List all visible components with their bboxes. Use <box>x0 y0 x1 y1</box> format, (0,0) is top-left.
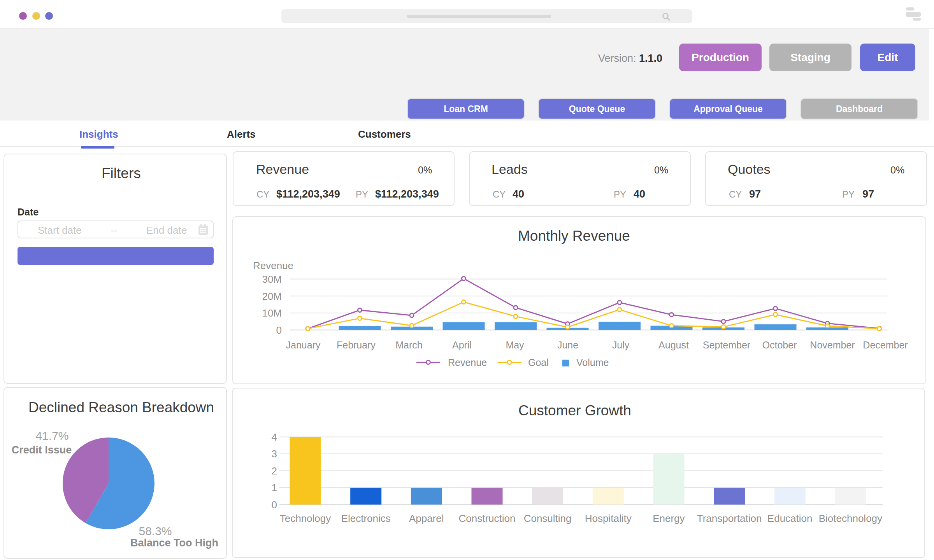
svg-text:January: January <box>286 340 321 350</box>
svg-text:February: February <box>337 340 376 350</box>
svg-text:1: 1 <box>272 482 277 494</box>
svg-text:July: July <box>612 340 630 350</box>
svg-text:August: August <box>658 340 689 350</box>
svg-text:Credit Issue: Credit Issue <box>12 444 72 456</box>
svg-text:June: June <box>557 340 578 350</box>
svg-text:October: October <box>762 340 797 350</box>
svg-text:Revenue: Revenue <box>448 357 487 368</box>
svg-text:2: 2 <box>272 465 277 477</box>
svg-text:4: 4 <box>272 431 277 443</box>
svg-text:10M: 10M <box>262 307 282 319</box>
svg-text:Transportation: Transportation <box>697 513 762 524</box>
svg-text:0: 0 <box>272 499 277 511</box>
svg-text:November: November <box>810 340 855 350</box>
svg-text:Energy: Energy <box>653 513 685 524</box>
svg-text:20M: 20M <box>262 290 282 302</box>
svg-text:Revenue: Revenue <box>253 260 293 271</box>
svg-text:Apparel: Apparel <box>409 513 444 524</box>
svg-text:Education: Education <box>767 513 813 524</box>
svg-text:Goal: Goal <box>528 357 549 368</box>
svg-text:Biotechnology: Biotechnology <box>819 513 882 524</box>
svg-text:Balance Too High: Balance Too High <box>130 537 218 549</box>
svg-text:March: March <box>395 340 422 350</box>
svg-text:Volume: Volume <box>576 357 609 368</box>
svg-text:September: September <box>703 340 750 350</box>
svg-text:Hospitality: Hospitality <box>585 513 632 524</box>
svg-text:December: December <box>863 340 908 350</box>
svg-text:30M: 30M <box>262 273 282 285</box>
svg-text:3: 3 <box>272 448 277 460</box>
svg-text:Electronics: Electronics <box>341 513 391 524</box>
svg-text:April: April <box>452 340 472 350</box>
svg-text:Consulting: Consulting <box>524 513 572 524</box>
svg-text:May: May <box>506 340 524 350</box>
svg-text:58.3%: 58.3% <box>139 525 172 537</box>
svg-text:0: 0 <box>276 324 282 336</box>
svg-text:Technology: Technology <box>280 513 331 524</box>
svg-text:Construction: Construction <box>459 513 516 524</box>
svg-text:41.7%: 41.7% <box>35 429 68 442</box>
